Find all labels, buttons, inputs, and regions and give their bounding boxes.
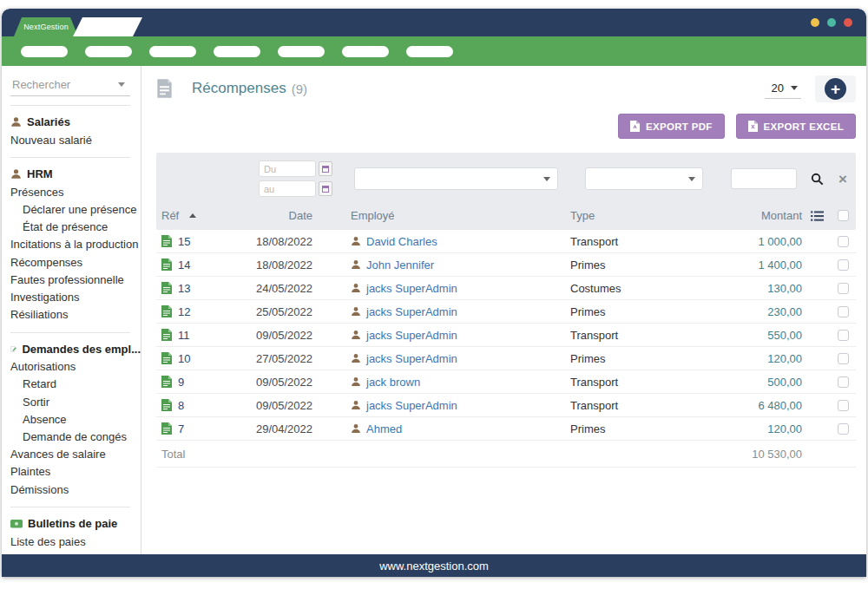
ref-link[interactable]: 9 (178, 376, 184, 389)
sidebar-item-presences[interactable]: Présences (10, 183, 141, 200)
item-label: Résiliations (10, 308, 68, 321)
sidebar-section-hrm[interactable]: HRM (10, 166, 141, 183)
nav-placeholder-1[interactable] (21, 46, 68, 57)
date-to-input[interactable] (259, 180, 316, 197)
sidebar-item-demande-conges[interactable]: Demande de congés (10, 428, 141, 445)
employee-link[interactable]: jack brown (351, 376, 570, 389)
nav-placeholder-2[interactable] (85, 46, 132, 57)
ref-link[interactable]: 8 (178, 399, 184, 412)
table-row[interactable]: 10 27/05/2022 jacks SuperAdmin Primes 12… (156, 347, 856, 370)
date-from-input[interactable] (259, 160, 316, 177)
add-record-button[interactable]: + (825, 78, 846, 100)
ref-link[interactable]: 11 (178, 329, 190, 342)
employee-link[interactable]: jacks SuperAdmin (351, 329, 570, 342)
table-row[interactable]: 9 09/05/2022 jack brown Transport 500,00 (156, 370, 856, 394)
type-cell: Transport (570, 376, 731, 389)
table-row[interactable]: 13 24/05/2022 jacks SuperAdmin Costumes … (156, 277, 856, 300)
ref-link[interactable]: 12 (178, 305, 190, 318)
row-checkbox[interactable] (838, 423, 849, 435)
table-row[interactable]: 15 18/08/2022 David Charles Transport 1 … (156, 230, 856, 253)
nav-placeholder-7[interactable] (406, 46, 453, 57)
divider (10, 507, 130, 507)
ref-link[interactable]: 14 (178, 259, 190, 272)
employee-link[interactable]: John Jennifer (351, 259, 570, 272)
sidebar-item-declarer-presence[interactable]: Déclarer une présence (10, 200, 141, 218)
type-filter-select[interactable] (585, 167, 703, 190)
item-label: Retard (23, 377, 56, 390)
calendar-button[interactable] (319, 161, 332, 176)
header-date[interactable]: Date (253, 209, 351, 222)
nav-placeholder-4[interactable] (214, 46, 260, 57)
row-checkbox[interactable] (838, 306, 849, 317)
page-size-select[interactable]: 20 (765, 79, 801, 99)
chevron-down-icon (543, 177, 550, 181)
record-file-icon (161, 352, 172, 364)
sidebar-search-select[interactable]: Rechercher (10, 75, 130, 96)
row-checkbox[interactable] (838, 400, 849, 411)
header-amount[interactable]: Montant (731, 209, 804, 222)
nav-placeholder-5[interactable] (278, 46, 325, 57)
sidebar-section-bulletins[interactable]: Bulletins de paie (10, 515, 141, 533)
export-pdf-button[interactable]: EXPORT PDF (618, 114, 724, 139)
sidebar-item-nouveau-salarie[interactable]: Nouveau salarié (10, 131, 141, 148)
clear-filters-icon[interactable]: × (838, 172, 847, 187)
table-row[interactable]: 12 25/05/2022 jacks SuperAdmin Primes 23… (156, 300, 856, 324)
search-icon[interactable] (811, 173, 824, 186)
window-minimize-dot[interactable] (811, 18, 819, 27)
sidebar-item-recompenses[interactable]: Récompenses (10, 253, 141, 271)
ref-link[interactable]: 15 (178, 235, 190, 248)
amount-filter-input[interactable] (731, 168, 797, 189)
list-columns-icon[interactable] (811, 211, 824, 221)
sidebar-item-demissions[interactable]: Démissions (10, 481, 141, 498)
header-employee[interactable]: Employé (351, 209, 570, 222)
header-type[interactable]: Type (570, 209, 731, 222)
nav-placeholder-3[interactable] (149, 46, 196, 57)
employee-link[interactable]: Ahmed (351, 422, 570, 435)
sidebar-item-sortir[interactable]: Sortir (10, 393, 141, 410)
table-row[interactable]: 8 09/05/2022 jacks SuperAdmin Transport … (156, 394, 856, 417)
sidebar-item-liste-paies[interactable]: Liste des paies (10, 533, 141, 550)
employee-link[interactable]: David Charles (351, 235, 570, 248)
table-row[interactable]: 14 18/08/2022 John Jennifer Primes 1 400… (156, 253, 856, 277)
employee-link[interactable]: jacks SuperAdmin (351, 305, 570, 318)
amount-cell: 6 480,00 (731, 399, 804, 412)
employee-filter-select[interactable] (354, 167, 558, 190)
sidebar-item-retard[interactable]: Retard (10, 376, 141, 393)
sidebar-item-incitations[interactable]: Incitations à la production (10, 236, 141, 253)
window-maximize-dot[interactable] (827, 18, 836, 27)
export-excel-button[interactable]: EXPORT EXCEL (736, 114, 856, 139)
sidebar-item-etat-presence[interactable]: État de présence (10, 219, 141, 236)
blank-tab[interactable] (73, 17, 142, 36)
calendar-button[interactable] (319, 181, 332, 196)
sidebar-item-plaintes[interactable]: Plaintes (10, 463, 141, 481)
amount-cell: 130,00 (731, 282, 804, 295)
sidebar-item-investigations[interactable]: Investigations (10, 288, 141, 305)
sidebar-section-demandes[interactable]: Demandes des empl... (10, 341, 141, 358)
table-row[interactable]: 11 09/05/2022 jacks SuperAdmin Transport… (156, 324, 856, 347)
window-close-dot[interactable] (844, 18, 852, 27)
row-checkbox[interactable] (838, 376, 849, 388)
employee-link[interactable]: jacks SuperAdmin (351, 399, 570, 412)
ref-link[interactable]: 10 (178, 352, 190, 365)
row-checkbox[interactable] (838, 236, 849, 247)
person-icon (351, 306, 361, 317)
employee-link[interactable]: jacks SuperAdmin (351, 352, 570, 365)
nav-placeholder-6[interactable] (342, 46, 389, 57)
row-checkbox[interactable] (838, 283, 849, 294)
select-all-checkbox[interactable] (838, 210, 849, 221)
ref-link[interactable]: 13 (178, 282, 190, 295)
sidebar-item-avances-salaire[interactable]: Avances de salaire (10, 446, 141, 463)
row-checkbox[interactable] (838, 330, 849, 341)
sidebar-item-autorisations[interactable]: Autorisations (10, 358, 141, 376)
employee-link[interactable]: jacks SuperAdmin (351, 282, 570, 295)
sidebar-item-resiliations[interactable]: Résiliations (10, 306, 141, 324)
header-ref[interactable]: Réf (156, 209, 253, 222)
table-row[interactable]: 7 29/04/2022 Ahmed Primes 120,00 (156, 417, 856, 441)
sidebar-section-salaries[interactable]: Salariés (10, 114, 141, 131)
sidebar-item-fautes[interactable]: Fautes professionnelle (10, 271, 141, 288)
ref-link[interactable]: 7 (178, 422, 184, 435)
row-checkbox[interactable] (838, 353, 849, 364)
brand-tab[interactable]: NextGestion (14, 17, 78, 36)
sidebar-item-absence[interactable]: Absence (10, 410, 141, 428)
row-checkbox[interactable] (838, 259, 849, 271)
